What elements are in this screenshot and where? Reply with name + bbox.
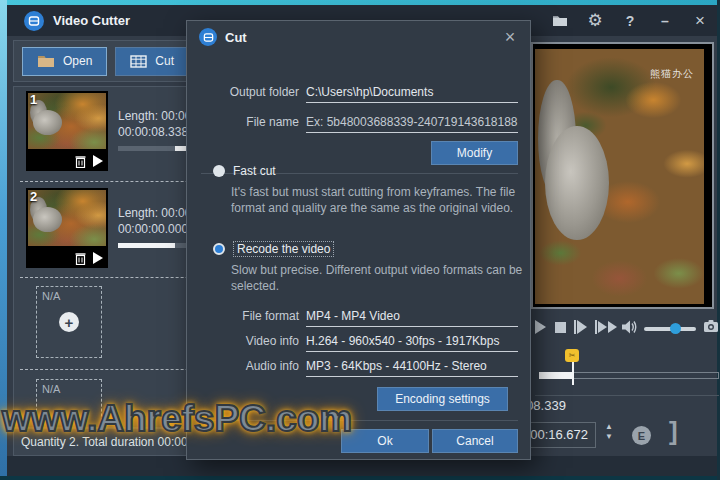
delete-icon[interactable] xyxy=(75,155,86,168)
time-stepper[interactable]: ▲ ▼ xyxy=(602,422,616,448)
film-icon xyxy=(130,55,147,68)
video-info-row: Video info H.264 - 960x540 - 30fps - 191… xyxy=(187,330,530,354)
site-watermark: www.AhrefsPC.com xyxy=(2,398,352,440)
app-icon xyxy=(24,11,44,31)
gear-icon[interactable]: ⚙ xyxy=(586,12,604,30)
window-title: Video Cutter xyxy=(53,13,130,28)
recode-label: Recode the video xyxy=(233,241,334,257)
cut-button-label: Cut xyxy=(155,54,174,68)
cancel-button[interactable]: Cancel xyxy=(432,429,518,453)
delete-icon[interactable] xyxy=(75,252,86,265)
recode-description: Slow but precise. Different output video… xyxy=(231,262,533,294)
radio-selected-icon[interactable] xyxy=(213,243,225,255)
video-info-label: Video info xyxy=(195,334,299,348)
volume-slider[interactable] xyxy=(644,327,696,331)
e-badge-icon[interactable]: E xyxy=(632,426,651,445)
play-button[interactable] xyxy=(535,320,546,334)
close-icon[interactable]: × xyxy=(691,12,709,30)
play-clip-icon[interactable] xyxy=(93,252,103,264)
video-preview[interactable]: 熊猫办公 xyxy=(531,42,714,309)
recode-option[interactable]: Recode the video xyxy=(213,241,334,257)
dialog-close-icon[interactable]: × xyxy=(500,27,520,48)
set-end-icon[interactable]: ] xyxy=(669,416,678,447)
ok-button[interactable]: Ok xyxy=(341,429,429,453)
clip-index: 2 xyxy=(30,189,37,204)
play-clip-icon[interactable] xyxy=(93,155,103,167)
file-format-label: File format xyxy=(195,309,299,323)
cut-dialog: Cut × Output folder C:\Users\hp\Document… xyxy=(186,20,531,460)
player-controls xyxy=(531,317,717,343)
clip-preview-image xyxy=(28,93,106,149)
stop-button[interactable] xyxy=(555,320,566,333)
file-name-row: File name Ex: 5b48003688339-240719143618… xyxy=(187,111,530,135)
spinner-up-icon[interactable]: ▲ xyxy=(602,422,616,432)
dialog-icon xyxy=(199,28,217,46)
open-button-label: Open xyxy=(63,54,92,68)
cut-marker[interactable]: ✂ xyxy=(565,349,579,362)
audio-info-value[interactable]: MP3 - 64Kbps - 44100Hz - Stereo xyxy=(306,355,518,377)
output-folder-label: Output folder xyxy=(195,85,299,99)
next-frame-button[interactable] xyxy=(574,320,587,334)
fast-forward-button[interactable] xyxy=(595,320,617,334)
divider xyxy=(535,395,719,396)
dialog-header: Cut × xyxy=(187,21,530,53)
video-source-watermark: 熊猫办公 xyxy=(650,67,694,81)
radio-unselected-icon[interactable] xyxy=(213,165,225,177)
audio-info-label: Audio info xyxy=(195,359,299,373)
clip-thumbnail[interactable]: 2 xyxy=(26,188,108,268)
audio-info-row: Audio info MP3 - 64Kbps - 44100Hz - Ster… xyxy=(187,355,530,379)
video-frame-image: 熊猫办公 xyxy=(535,49,704,304)
help-icon[interactable]: ? xyxy=(621,12,639,30)
spinner-down-icon[interactable]: ▼ xyxy=(602,432,616,442)
clip-index: 1 xyxy=(30,92,37,107)
file-name-label: File name xyxy=(195,115,299,129)
desktop-edge-bottom xyxy=(0,476,720,480)
modify-button[interactable]: Modify xyxy=(431,141,518,165)
minimize-icon[interactable]: – xyxy=(656,12,674,30)
snapshot-button[interactable] xyxy=(703,319,719,333)
volume-knob[interactable] xyxy=(670,323,681,334)
na-label: N/A xyxy=(42,383,60,395)
folder-icon xyxy=(37,54,55,68)
open-folder-icon[interactable] xyxy=(551,12,569,30)
file-format-row: File format MP4 - MP4 Video xyxy=(187,305,530,329)
volume-icon[interactable] xyxy=(621,319,638,335)
timeline-remaining xyxy=(573,372,719,379)
encoding-settings-button[interactable]: Encoding settings xyxy=(377,387,508,411)
clip-thumbnail[interactable]: 1 xyxy=(26,91,108,171)
timeline[interactable]: ✂ xyxy=(531,345,720,389)
dialog-title: Cut xyxy=(225,30,247,45)
clip-preview-image xyxy=(28,190,106,246)
fast-cut-option[interactable]: Fast cut xyxy=(213,163,276,179)
output-folder-row: Output folder C:\Users\hp\Documents xyxy=(187,81,530,105)
video-info-value[interactable]: H.264 - 960x540 - 30fps - 1917Kbps xyxy=(306,330,518,352)
na-label: N/A xyxy=(42,290,60,302)
add-clip-button[interactable]: + xyxy=(59,312,79,332)
file-format-value[interactable]: MP4 - MP4 Video xyxy=(306,305,518,327)
file-name-input[interactable]: Ex: 5b48003688339-240719143618188.n xyxy=(306,111,518,133)
empty-clip-slot[interactable]: N/A + xyxy=(36,286,102,358)
cut-button[interactable]: Cut xyxy=(115,47,189,76)
output-folder-value[interactable]: C:\Users\hp\Documents xyxy=(306,81,518,103)
cut-marker-stem xyxy=(572,362,574,385)
timeline-elapsed xyxy=(539,372,573,379)
fast-cut-description: It's fast but must start cutting from ke… xyxy=(231,184,533,216)
fast-cut-label: Fast cut xyxy=(233,164,276,178)
open-button[interactable]: Open xyxy=(22,47,107,76)
